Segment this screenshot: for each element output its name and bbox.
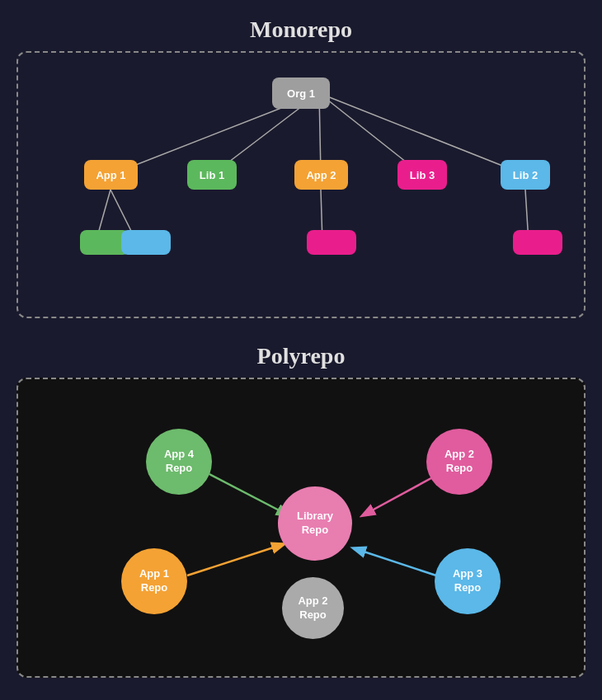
poly-app4-repo-node: App 4Repo: [146, 429, 212, 495]
poly-app2-repo-top-node: App 2Repo: [426, 429, 492, 495]
mono-sub-pink-app2-node: [307, 230, 356, 255]
monorepo-title: Monorepo: [16, 16, 586, 43]
mono-lib1-node: Lib 1: [187, 160, 237, 190]
mono-lib3-node: Lib 3: [397, 160, 447, 190]
svg-line-10: [363, 474, 439, 515]
monorepo-diagram: Org 1 App 1 Lib 1 App 2 Lib 3 Lib 2: [35, 69, 567, 300]
mono-sub-pink-lib2-node: [513, 230, 562, 255]
svg-line-11: [187, 544, 284, 576]
poly-library-repo-node: LibraryRepo: [278, 486, 352, 561]
mono-app1-node: App 1: [84, 160, 138, 190]
polyrepo-diagram: LibraryRepo App 4Repo App 2Repo App 1Rep…: [35, 396, 567, 660]
monorepo-container: Org 1 App 1 Lib 1 App 2 Lib 3 Lib 2: [16, 51, 586, 318]
svg-line-9: [209, 474, 289, 515]
poly-app2-repo-bottom-node: App 2Repo: [282, 577, 344, 639]
poly-app1-repo-node: App 1Repo: [121, 548, 187, 614]
monorepo-section: Monorepo: [16, 16, 586, 318]
mono-lib2-node: Lib 2: [501, 160, 550, 190]
svg-line-12: [354, 548, 436, 576]
mono-org1-node: Org 1: [272, 78, 330, 109]
poly-app3-repo-node: App 3Repo: [435, 548, 501, 614]
polyrepo-title: Polyrepo: [16, 343, 586, 369]
polyrepo-container: LibraryRepo App 4Repo App 2Repo App 1Rep…: [16, 378, 586, 678]
mono-sub-blue-node: [121, 230, 171, 255]
mono-app2-node: App 2: [294, 160, 348, 190]
polyrepo-section: Polyrepo: [16, 343, 586, 678]
